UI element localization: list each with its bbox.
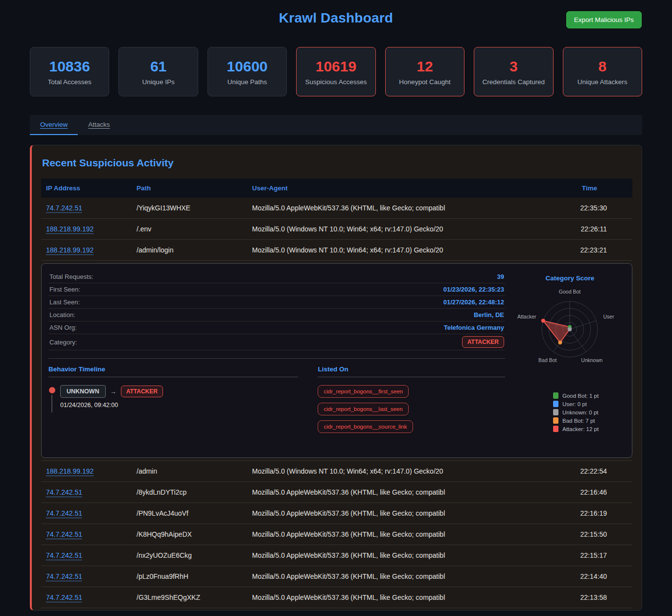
stat-value: 12 [417, 58, 433, 75]
legend-swatch-icon [553, 401, 558, 407]
detail-field-value: 39 [497, 273, 504, 280]
divider [48, 377, 298, 377]
ip-address-link[interactable]: 74.7.242.51 [46, 593, 82, 601]
page-title: Krawl Dashboard [279, 10, 393, 26]
ip-address-link[interactable]: 74.7.242.51 [46, 551, 82, 559]
detail-field-label: Total Requests: [49, 273, 93, 280]
export-malicious-ips-button[interactable]: Export Malicious IPs [566, 11, 642, 28]
legend-label: Attacker: 12 pt [562, 426, 599, 432]
detail-field-row: First Seen: 01/23/2026, 22:35:23 [48, 283, 505, 296]
tab-attacks[interactable]: Attacks [78, 115, 120, 135]
section-title: Recent Suspicious Activity [42, 157, 632, 169]
detail-field-label: ASN Org: [49, 324, 77, 331]
detail-field-label: Location: [49, 311, 75, 319]
stat-label: Unique IPs [142, 78, 175, 86]
path-cell: /8ykdLnDYTi2cp [132, 482, 247, 502]
detail-field-value: 01/23/2026, 22:35:23 [443, 286, 504, 293]
ip-address-link[interactable]: 188.218.99.192 [46, 246, 93, 254]
table-row[interactable]: 74.7.242.51 /G3Lme9ShEQgXKZ Mozilla/5.0 … [41, 587, 632, 608]
user-agent-cell: Mozilla/5.0 AppleWebKit/537.36 (KHTML, l… [247, 198, 559, 218]
table-row[interactable]: 74.7.242.51 /nx2yUOZuE6Ckg Mozilla/5.0 A… [41, 545, 632, 566]
svg-text:Unknown: Unknown [581, 357, 602, 363]
detail-field-row: Last Seen: 01/27/2026, 22:48:12 [48, 296, 505, 309]
ip-address-link[interactable]: 74.7.242.51 [46, 572, 82, 580]
ip-address-link[interactable]: 188.218.99.192 [46, 225, 93, 233]
stat-value: 61 [150, 58, 166, 75]
stat-card-5: 3 Credentials Captured [474, 47, 553, 96]
table-row[interactable]: 188.218.99.192 /admin Mozilla/5.0 (Windo… [41, 461, 632, 482]
stat-card-0: 10836 Total Accesses [30, 47, 109, 96]
legend-item: User: 0 pt [553, 401, 599, 407]
stat-label: Unique Attackers [578, 78, 627, 86]
column-header-3: Time [559, 179, 632, 198]
listed-on-title: Listed On [318, 365, 505, 373]
ip-address-link[interactable]: 74.7.242.51 [46, 488, 82, 496]
ip-address-link[interactable]: 74.7.242.51 [46, 204, 82, 212]
stat-card-1: 61 Unique IPs [118, 47, 198, 96]
svg-text:Bad Bot: Bad Bot [538, 357, 556, 363]
stat-card-4: 12 Honeypot Caught [385, 47, 464, 96]
time-cell: 22:23:21 [559, 240, 632, 260]
legend-item: Good Bot: 1 pt [553, 392, 599, 399]
listed-on-badge[interactable]: cidr_report_bogons__source_link [318, 420, 413, 433]
time-cell: 22:22:54 [559, 461, 632, 481]
time-cell: 22:26:11 [559, 219, 632, 239]
time-cell: 22:13:58 [559, 587, 632, 608]
listed-on-badge[interactable]: cidr_report_bogons__first_seen [318, 385, 409, 398]
user-agent-cell: Mozilla/5.0 AppleWebKit/537.36 (KHTML, l… [247, 482, 559, 502]
table-row[interactable]: 188.218.99.192 /admin/login Mozilla/5.0 … [41, 240, 632, 261]
table-row[interactable]: 74.7.242.51 /K8HQq9hAipeDX Mozilla/5.0 A… [41, 524, 632, 545]
path-cell: /.env [132, 219, 247, 239]
table-row[interactable]: 74.7.242.51 /YiqykGI13WHXE Mozilla/5.0 A… [41, 198, 632, 219]
legend-swatch-icon [553, 392, 558, 399]
timeline-item: UNKNOWN → ATTACKER 01/24/2026, 09:42:00 [48, 385, 298, 412]
user-agent-cell: Mozilla/5.0 (Windows NT 10.0; Win64; x64… [247, 461, 559, 481]
svg-text:Good Bot: Good Bot [559, 289, 580, 295]
ip-detail-expanded-panel: Total Requests: 39 First Seen: 01/23/202… [41, 261, 632, 461]
timeline-from-badge: UNKNOWN [60, 385, 106, 398]
legend-label: Unknown: 0 pt [562, 410, 599, 415]
tab-overview[interactable]: Overview [30, 115, 78, 135]
ip-address-link[interactable]: 74.7.242.51 [46, 530, 82, 538]
legend-label: Bad Bot: 7 pt [562, 418, 595, 424]
stat-value: 8 [598, 58, 606, 75]
time-cell: 22:16:46 [559, 482, 632, 502]
path-cell: /K8HQq9hAipeDX [132, 524, 247, 545]
stat-value: 10600 [227, 58, 267, 75]
table-row[interactable]: 74.7.242.51 /PN9LvAcJ4uoVf Mozilla/5.0 A… [41, 503, 632, 524]
table-row[interactable]: 74.7.242.51 /pLz0Fnua9fRhH Mozilla/5.0 A… [41, 566, 632, 587]
behavior-timeline-title: Behavior Timeline [48, 365, 298, 373]
stat-label: Total Accesses [48, 78, 92, 86]
svg-text:Attacker: Attacker [517, 314, 536, 319]
ip-address-link[interactable]: 74.7.242.51 [46, 509, 82, 517]
path-cell: /admin [132, 461, 247, 481]
table-row[interactable]: 188.218.99.192 /.env Mozilla/5.0 (Window… [41, 219, 632, 240]
legend-item: Bad Bot: 7 pt [553, 417, 599, 424]
listed-on-badge[interactable]: cidr_report_bogons__last_seen [318, 403, 408, 415]
legend-swatch-icon [553, 417, 558, 424]
ip-address-link[interactable]: 188.218.99.192 [46, 467, 93, 475]
time-cell: 22:15:50 [559, 524, 632, 545]
behavior-timeline-section: Behavior Timeline UNKNOWN [48, 365, 318, 433]
column-header-1: Path [132, 179, 247, 198]
user-agent-cell: Mozilla/5.0 AppleWebKit/537.36 (KHTML, l… [247, 524, 559, 545]
detail-field-label: Category: [49, 339, 77, 346]
listed-on-section: Listed On cidr_report_bogons__first_seen… [318, 365, 505, 433]
legend-swatch-icon [553, 409, 558, 415]
user-agent-cell: Mozilla/5.0 AppleWebKit/537.36 (KHTML, l… [247, 587, 559, 608]
user-agent-cell: Mozilla/5.0 AppleWebKit/537.36 (KHTML, l… [247, 503, 559, 524]
stat-value: 10836 [49, 58, 90, 75]
path-cell: /YiqykGI13WHXE [132, 198, 247, 218]
category-badge: ATTACKER [462, 336, 504, 348]
column-header-2: User-Agent [247, 179, 559, 198]
time-cell: 22:35:30 [559, 198, 632, 218]
time-cell: 22:14:40 [559, 566, 632, 587]
ip-detail-box: Total Requests: 39 First Seen: 01/23/202… [41, 263, 632, 458]
radar-chart-title: Category Score [546, 274, 595, 282]
divider [318, 377, 505, 377]
path-cell: /pLz0Fnua9fRhH [132, 566, 247, 587]
column-header-0: IP Address [41, 179, 132, 198]
time-cell: 22:15:17 [559, 545, 632, 566]
table-row[interactable]: 74.7.242.51 /8ykdLnDYTi2cp Mozilla/5.0 A… [41, 482, 632, 503]
stat-card-6: 8 Unique Attackers [563, 47, 642, 96]
